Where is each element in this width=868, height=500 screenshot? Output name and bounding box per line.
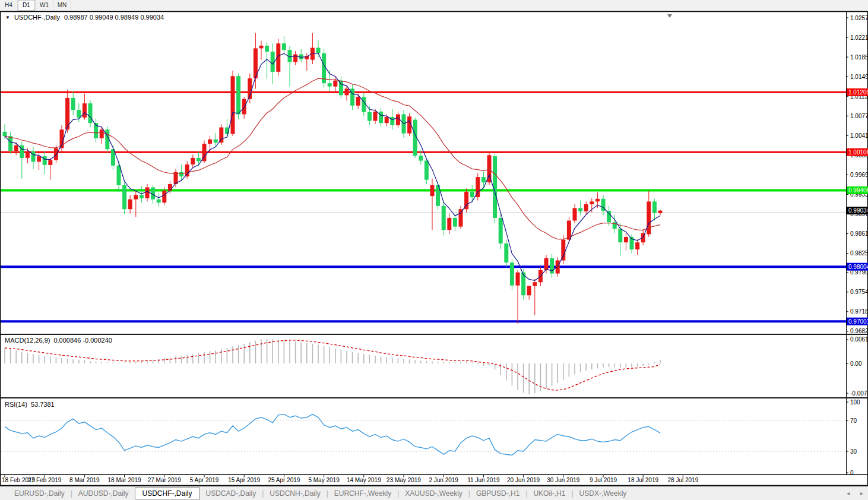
candle-body <box>77 110 81 118</box>
candle-body <box>3 132 7 136</box>
candle-body <box>584 204 588 211</box>
candle-body <box>647 201 651 234</box>
tab-scroll-buttons: ◄ ► <box>845 486 864 500</box>
price-tick-label: 0.96820 <box>850 328 868 334</box>
price-tick-label: 1.02570 <box>850 15 868 21</box>
candle-body <box>179 172 183 176</box>
candle-body <box>191 158 195 164</box>
level-price-label-text: 0.99406 <box>848 187 868 194</box>
candle-body <box>442 206 446 230</box>
candle-body <box>544 258 549 270</box>
candle-body <box>658 211 663 213</box>
candle-body <box>339 81 343 96</box>
candle-body <box>26 151 30 158</box>
date-tick-label: 23 May 2019 <box>387 477 421 483</box>
tab-usdx-weekly[interactable]: USDX-,Weekly <box>574 488 633 499</box>
price-tick-label: 0.99690 <box>850 172 868 178</box>
macd-values: 0.000846 -0.000240 <box>53 337 112 344</box>
candle-body <box>573 208 577 220</box>
candle-body <box>208 140 212 144</box>
candle-body <box>316 48 321 53</box>
tab-usdchf-daily[interactable]: USDCHF-,Daily <box>135 488 200 499</box>
tab-ukoil-h1[interactable]: UKOil-,H1 <box>527 488 571 499</box>
rsi-value: 53.7381 <box>31 401 55 408</box>
tab-usdcnh-daily[interactable]: USDCNH-,Daily <box>264 488 326 499</box>
tab-scroll-left-icon[interactable]: ◄ <box>845 490 851 496</box>
candle-body <box>504 243 508 262</box>
candle-body <box>293 55 297 62</box>
tab-usdcad-daily[interactable]: USDCAD-,Daily <box>200 488 262 499</box>
date-tick-label: 30 Jun 2019 <box>547 477 579 483</box>
candle-body <box>379 112 383 123</box>
level-price-label-text: 1.01205 <box>848 89 868 96</box>
candle-body <box>481 177 486 182</box>
candle-body <box>578 208 582 211</box>
candle-body <box>516 273 520 286</box>
candle-body <box>43 156 47 165</box>
candle-body <box>470 192 474 197</box>
date-tick-label: 27 Feb 2019 <box>28 477 62 483</box>
candle-body <box>71 98 75 110</box>
date-tick-label: 20 Jun 2019 <box>507 477 540 483</box>
candle-body <box>419 156 423 160</box>
level-price-label: 0.97001 <box>847 318 868 325</box>
candle-body <box>356 97 360 106</box>
level-price-label-text: 0.97001 <box>848 318 868 325</box>
rsi-scale-label: 70 <box>850 417 857 424</box>
price-tick-label: 1.00410 <box>850 132 868 139</box>
date-tick-label: 18 Jul 2019 <box>628 477 658 483</box>
rsi-scale-label: 100 <box>850 399 860 406</box>
level-price-label: 0.99406 <box>847 186 868 194</box>
macd-scale-label: 0.00 <box>850 360 862 367</box>
price-tick-label: 1.01850 <box>850 54 868 61</box>
candle-body <box>652 201 657 213</box>
candle-body <box>362 97 366 112</box>
candle-body <box>590 201 594 204</box>
candle-body <box>197 158 201 162</box>
level-price-label: 0.98004 <box>847 263 868 271</box>
axis-border <box>0 474 868 476</box>
candle-body <box>48 160 52 165</box>
symbol-dropdown-icon[interactable]: ▼ <box>5 15 10 20</box>
current-price-label: 0.99034 <box>847 207 868 214</box>
candle-body <box>385 117 389 123</box>
candle-body <box>396 114 400 125</box>
tab-audusd-daily[interactable]: AUDUSD-,Daily <box>72 488 135 499</box>
candle-body <box>561 240 565 261</box>
candle-body <box>14 145 18 151</box>
tab-gbpusd-h1[interactable]: GBPUSD-,H1 <box>470 488 525 499</box>
chart-title-symbol: USDCHF-,Daily <box>14 14 60 21</box>
candle-body <box>8 136 12 151</box>
candle-body <box>447 218 451 230</box>
tab-scroll-right-icon[interactable]: ► <box>859 490 864 496</box>
candle-body <box>282 43 286 50</box>
date-tick-label: 5 May 2019 <box>308 477 340 483</box>
level-price-label-text: 1.00106 <box>848 149 868 156</box>
candle-body <box>162 191 166 202</box>
tab-xauusd-weekly[interactable]: XAUUSD-,Weekly <box>399 488 468 499</box>
level-price-label: 1.01205 <box>847 88 868 96</box>
candle-body <box>510 262 514 286</box>
tab-eurchf-weekly[interactable]: EURCHF-,Weekly <box>328 488 397 499</box>
date-tick-label: 14 May 2019 <box>347 477 381 483</box>
candle-body <box>368 112 372 121</box>
candle-body <box>333 81 337 87</box>
candle-body <box>265 46 269 52</box>
tab-eurusd-daily[interactable]: EURUSD-,Daily <box>8 488 71 499</box>
candle-body <box>54 148 58 160</box>
candle-body <box>527 286 531 296</box>
candle-body <box>242 99 246 115</box>
macd-scale-label: -0.007612 <box>850 390 868 397</box>
rsi-indicator-label: RSI(14) 53.7381 <box>5 401 55 408</box>
chart-canvas[interactable]: 1.025701.022101.018501.014901.011301.007… <box>0 0 868 500</box>
date-tick-label: 9 Jul 2019 <box>590 477 617 483</box>
rsi-scale-label: 30 <box>850 448 857 455</box>
pane-separator <box>0 397 868 398</box>
candle-body <box>607 211 611 222</box>
price-tick-label: 0.97540 <box>850 289 868 295</box>
price-tick-label: 0.97180 <box>850 308 868 315</box>
candle-body <box>83 103 87 118</box>
pane-separator <box>0 334 868 335</box>
candle-body <box>595 199 600 202</box>
candle-body <box>618 229 622 242</box>
